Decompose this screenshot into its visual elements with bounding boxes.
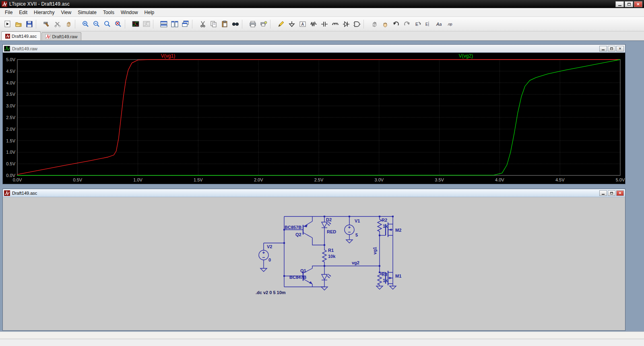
menu-tools[interactable]: Tools <box>100 9 118 16</box>
toolbar-find-button[interactable] <box>230 19 241 29</box>
toolbar-copy-button[interactable] <box>208 19 219 29</box>
x-tick-label: 2.5V <box>314 177 324 182</box>
component-v2[interactable] <box>259 250 268 260</box>
menu-file[interactable]: File <box>2 9 16 16</box>
svg-text:.op: .op <box>447 22 452 26</box>
m1-ref-label[interactable]: M1 <box>395 274 401 278</box>
svg-text:Aa: Aa <box>436 22 442 27</box>
toolbar-cut-button[interactable] <box>197 19 208 29</box>
toolbar-mirror-button[interactable]: EE <box>423 19 434 29</box>
q2-ref-label[interactable]: Q2 <box>295 232 301 237</box>
toolbar-control-panel-button[interactable] <box>41 19 52 29</box>
menu-simulate[interactable]: Simulate <box>74 9 100 16</box>
toolbar-zoom-full-extents-button[interactable] <box>113 19 124 29</box>
toolbar-resistor-button[interactable] <box>308 19 319 29</box>
toolbar-spice-directive-button[interactable]: .op <box>445 19 456 29</box>
toolbar-ground-button[interactable] <box>286 19 297 29</box>
component-v1[interactable] <box>345 225 354 235</box>
trace-label-V(vg2)[interactable]: V(vg2) <box>459 53 473 59</box>
toolbar-inductor-button[interactable] <box>330 19 341 29</box>
r2-ref-label[interactable]: R2 <box>382 218 387 222</box>
toolbar-tile-horizontal-button[interactable] <box>158 19 169 29</box>
toolbar-separator <box>153 20 157 29</box>
component-r1[interactable] <box>322 249 326 263</box>
q1-ref-label[interactable]: Q1 <box>300 268 306 273</box>
toolbar-redo-button[interactable] <box>401 19 412 29</box>
toolbar-open-button[interactable] <box>13 19 24 29</box>
app-maximize-button[interactable] <box>625 1 633 7</box>
schematic-close-button[interactable]: ✕ <box>616 190 624 196</box>
toolbar-capacitor-button[interactable] <box>319 19 330 29</box>
tab-draft149-asc[interactable]: Draft149.asc <box>1 31 41 40</box>
toolbar-text-button[interactable]: Aa <box>434 19 445 29</box>
toolbar-tile-vertical-button[interactable] <box>169 19 180 29</box>
v1-value-label[interactable]: 5 <box>355 233 358 237</box>
d2-ref-label[interactable]: D2 <box>326 217 332 222</box>
waveform-plot-area[interactable]: 5.0V4.5V4.0V3.5V3.0V2.5V2.0V1.5V1.0V0.5V… <box>3 53 625 184</box>
toolbar-autorange-button[interactable] <box>130 19 141 29</box>
waveform-window-titlebar[interactable]: Draft149.raw ✕ <box>3 45 625 53</box>
r1-value-label[interactable]: 10k <box>328 254 336 259</box>
toolbar-zoom-out-button[interactable] <box>102 19 113 29</box>
toolbar-run-button[interactable] <box>2 19 13 29</box>
schematic-maximize-button[interactable] <box>608 190 615 196</box>
toolbar-drag-button[interactable] <box>380 19 390 29</box>
menu-hierarchy[interactable]: Hierarchy <box>31 9 58 16</box>
toolbar-undo-button[interactable] <box>390 19 401 29</box>
component-r3[interactable] <box>378 272 382 286</box>
net-label-vg1[interactable]: vg1 <box>372 247 377 255</box>
component-r2[interactable] <box>378 218 382 232</box>
toolbar-plot-settings-button[interactable] <box>141 19 152 29</box>
v1-ref-label[interactable]: V1 <box>355 218 360 223</box>
schematic-minimize-button[interactable] <box>599 190 607 196</box>
toolbar-wire-button[interactable] <box>275 19 286 29</box>
waveform-plot[interactable]: 5.0V4.5V4.0V3.5V3.0V2.5V2.0V1.5V1.0V0.5V… <box>3 53 625 184</box>
component-q2[interactable] <box>303 221 312 238</box>
waveform-minimize-button[interactable] <box>599 46 607 51</box>
toolbar-save-button[interactable] <box>24 19 35 29</box>
menu-window[interactable]: Window <box>118 9 141 16</box>
r1-ref-label[interactable]: R1 <box>328 248 334 253</box>
x-tick-label: 4.5V <box>555 177 565 182</box>
v2-value-label[interactable]: 0 <box>268 257 271 262</box>
schematic-drawing[interactable]: V2 0 BC857B Q2 Q1 BC847B D2 RED R1 10k V… <box>3 197 625 330</box>
toolbar-pan-hand-button[interactable] <box>63 19 74 29</box>
waveform-maximize-button[interactable] <box>608 46 615 51</box>
toolbar-paste-button[interactable] <box>219 19 230 29</box>
toolbar-component-button[interactable] <box>351 19 362 29</box>
r3-ref-label[interactable]: R3 <box>382 272 387 277</box>
spice-directive-text[interactable]: .dc v2 0 5 10m <box>256 290 286 295</box>
tab-draft149-raw[interactable]: Draft149.raw <box>41 32 81 40</box>
toolbar-cascade-button[interactable] <box>180 19 191 29</box>
q2-value-label[interactable]: BC857B <box>285 225 301 230</box>
toolbar-move-button[interactable] <box>369 19 380 29</box>
trace-label-V(vg1)[interactable]: V(vg1) <box>161 53 175 59</box>
menu-view[interactable]: View <box>58 9 74 16</box>
app-close-button[interactable]: ✕ <box>634 1 642 7</box>
toolbar-halt-button[interactable] <box>52 19 63 29</box>
v2-ref-label[interactable]: V2 <box>267 244 272 249</box>
app-minimize-button[interactable] <box>615 1 624 7</box>
m2-ref-label[interactable]: M2 <box>395 228 401 233</box>
schematic-window-titlebar[interactable]: Draft149.asc ✕ <box>3 189 625 197</box>
menu-help[interactable]: Help <box>141 9 158 16</box>
schematic-canvas[interactable]: V2 0 BC857B Q2 Q1 BC847B D2 RED R1 10k V… <box>3 197 625 330</box>
net-label-vg2[interactable]: vg2 <box>352 260 359 265</box>
r3-value-label[interactable]: 1k <box>383 278 388 283</box>
component-d1[interactable] <box>322 274 331 280</box>
menu-edit[interactable]: Edit <box>16 9 31 16</box>
d2-value-label[interactable]: RED <box>327 229 336 234</box>
toolbar-print-setup-button[interactable] <box>258 19 269 29</box>
q1-value-label[interactable]: BC847B <box>289 275 306 280</box>
y-tick-label: 0.5V <box>6 161 15 166</box>
toolbar-zoom-back-button[interactable] <box>91 19 102 29</box>
toolbar-rotate-button[interactable]: E <box>412 19 423 29</box>
toolbar-net-label-button[interactable]: A <box>297 19 308 29</box>
x-tick-label: 1.5V <box>194 177 203 182</box>
component-d2[interactable] <box>322 222 331 228</box>
toolbar-zoom-in-button[interactable] <box>80 19 91 29</box>
toolbar-diode-button[interactable] <box>341 19 351 29</box>
r2-value-label[interactable]: 1k <box>383 224 388 229</box>
toolbar-print-button[interactable] <box>247 19 258 29</box>
waveform-close-button[interactable]: ✕ <box>616 46 624 51</box>
